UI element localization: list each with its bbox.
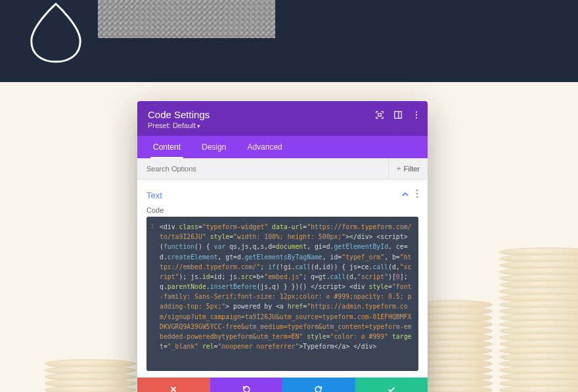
search-row: +Filter (137, 158, 428, 180)
expand-icon[interactable] (375, 110, 384, 120)
svg-point-6 (416, 190, 418, 192)
save-button[interactable] (355, 378, 428, 392)
tab-content[interactable]: Content (143, 136, 191, 158)
svg-rect-0 (378, 114, 381, 116)
undo-button[interactable] (210, 378, 283, 392)
modal-tabs: Content Design Advanced (137, 136, 428, 158)
cancel-button[interactable] (137, 378, 210, 392)
panel-icon[interactable] (393, 110, 403, 120)
svg-rect-1 (395, 112, 402, 119)
logo-drop-icon (24, 0, 88, 63)
modal-header: Code Settings Preset: Default▾ (137, 101, 428, 136)
section-text: Text Code 1 <div class="typeform-widget"… (137, 180, 428, 378)
svg-point-5 (416, 117, 417, 118)
action-bar (137, 378, 428, 392)
redo-button[interactable] (282, 378, 355, 392)
tab-advanced[interactable]: Advanced (236, 136, 292, 158)
line-number: 1 (150, 222, 154, 232)
collapse-icon[interactable] (401, 189, 409, 201)
preset-selector[interactable]: Preset: Default▾ (148, 121, 417, 129)
tab-design[interactable]: Design (191, 136, 236, 158)
more-icon[interactable] (412, 110, 421, 120)
search-input[interactable] (137, 159, 388, 179)
svg-point-3 (416, 111, 417, 112)
code-settings-modal: Code Settings Preset: Default▾ Content D… (137, 101, 428, 392)
section-more-icon[interactable] (416, 189, 418, 201)
hero-image (98, 0, 275, 38)
section-title: Text (146, 190, 162, 200)
page-header-dark (0, 0, 578, 82)
field-label-code: Code (146, 206, 418, 214)
svg-point-8 (416, 196, 418, 198)
code-editor[interactable]: 1 <div class="typeform-widget" data-url=… (146, 217, 418, 371)
filter-button[interactable]: +Filter (388, 158, 428, 179)
svg-point-7 (416, 193, 418, 195)
svg-point-4 (416, 114, 417, 116)
